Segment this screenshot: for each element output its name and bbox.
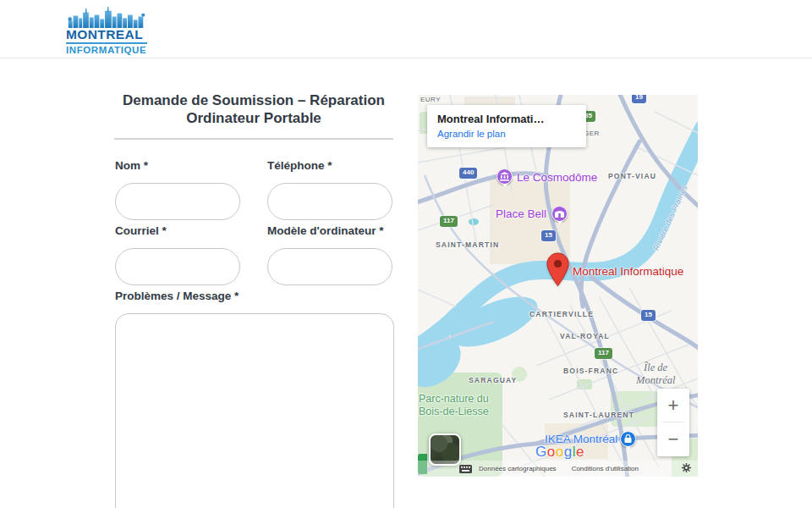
shopping-bag-icon [623, 434, 633, 444]
logo-text-montreal: MONTREAL [66, 28, 147, 41]
map-label: PONT-VIAU [608, 172, 656, 180]
message-textarea[interactable] [115, 313, 394, 508]
map-label: Le Cosmodôme [517, 171, 597, 184]
map-label: Île de [644, 362, 667, 374]
google-logo-letter: G [535, 444, 547, 460]
map-label: VAL-ROYAL [560, 332, 610, 340]
title-divider [114, 138, 393, 140]
map-label: Parc-nature du [419, 393, 489, 406]
shopping-poi-pin[interactable] [620, 431, 636, 447]
map-options-gear-icon[interactable] [682, 463, 691, 472]
map-label: SAINT-LAURENT [563, 411, 634, 419]
map-attribution-bar: Données cartographiques Conditions d'uti… [418, 461, 698, 477]
computer-model-field[interactable] [267, 248, 392, 285]
site-header: MONTREAL INFORMATIQUE [0, 0, 812, 58]
keyboard-shortcuts-icon[interactable] [459, 465, 472, 473]
map-info-card: Montreal Informati… Agrandir le plan [427, 105, 586, 147]
map-label: SAINT-MARTIN [436, 240, 499, 249]
zoom-in-button[interactable]: + [657, 389, 689, 422]
route-shield: 117 [595, 348, 612, 359]
museum-icon [500, 172, 509, 181]
map-label: Place Bell [496, 207, 546, 220]
google-map-embed[interactable]: EURYGERPONT-VIAULe CosmodômePlace BellSA… [418, 95, 698, 477]
google-logo-letter: g [564, 444, 573, 460]
info-card-title: Montreal Informati… [437, 113, 576, 125]
map-data-text[interactable]: Données cartographiques [479, 465, 557, 472]
route-shield: 15 [541, 230, 556, 241]
logo-divider [66, 42, 147, 44]
map-label: Montreal Informatique [573, 265, 683, 278]
museum-poi-pin[interactable] [497, 168, 513, 185]
message-label: Problèmes / Message * [115, 290, 239, 302]
computer-model-label: Modèle d'ordinateur * [267, 224, 383, 237]
map-label: CARTIERVILLE [529, 310, 594, 318]
city-skyline-icon [66, 7, 147, 28]
arena-icon [555, 209, 564, 218]
google-logo-letter: o [547, 444, 556, 460]
page-title: Demande de Soumission – Réparation Ordin… [114, 91, 393, 128]
route-shield: 117 [440, 216, 458, 227]
name-field[interactable] [115, 183, 240, 220]
email-label: Courriel * [115, 224, 167, 237]
map-label: SARAGUAY [469, 376, 517, 384]
route-shield: 15 [641, 310, 656, 321]
destination-marker-icon[interactable] [546, 252, 569, 287]
site-logo[interactable]: MONTREAL INFORMATIQUE [66, 7, 147, 55]
phone-label: Téléphone * [267, 159, 332, 172]
google-logo-letter: e [576, 444, 584, 460]
phone-field[interactable] [267, 183, 392, 220]
logo-text-informatique: INFORMATIQUE [66, 45, 147, 55]
name-label: Nom * [115, 159, 148, 172]
zoom-out-button[interactable]: − [657, 422, 689, 456]
google-logo[interactable]: Google [535, 444, 584, 461]
map-label: Bois-de-Liesse [419, 406, 489, 418]
map-label: BOIS-FRANC [563, 367, 618, 375]
terms-link[interactable]: Conditions d'utilisation [572, 465, 639, 472]
arena-poi-pin[interactable] [551, 206, 568, 222]
enlarge-map-link[interactable]: Agrandir le plan [437, 129, 576, 139]
map-label: EURY [420, 96, 441, 103]
google-logo-letter: o [556, 444, 564, 460]
map-label: Montréal [636, 374, 676, 387]
email-field[interactable] [115, 248, 240, 285]
route-shield: 19 [632, 95, 646, 103]
route-shield: 440 [459, 168, 477, 179]
map-label: Rivière des Prairies [651, 184, 689, 251]
map-zoom-control: + − [657, 389, 689, 456]
